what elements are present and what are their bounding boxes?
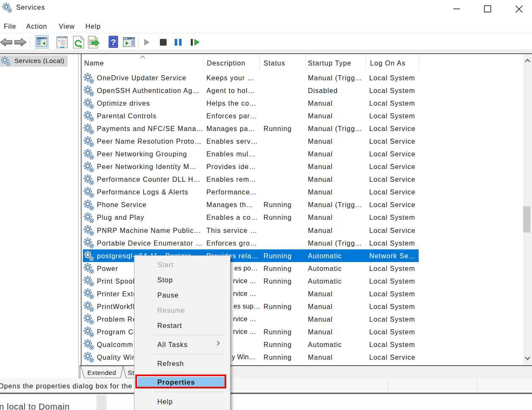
svg-text:Extended: Extended bbox=[88, 369, 116, 376]
svg-text:?: ? bbox=[111, 37, 116, 47]
